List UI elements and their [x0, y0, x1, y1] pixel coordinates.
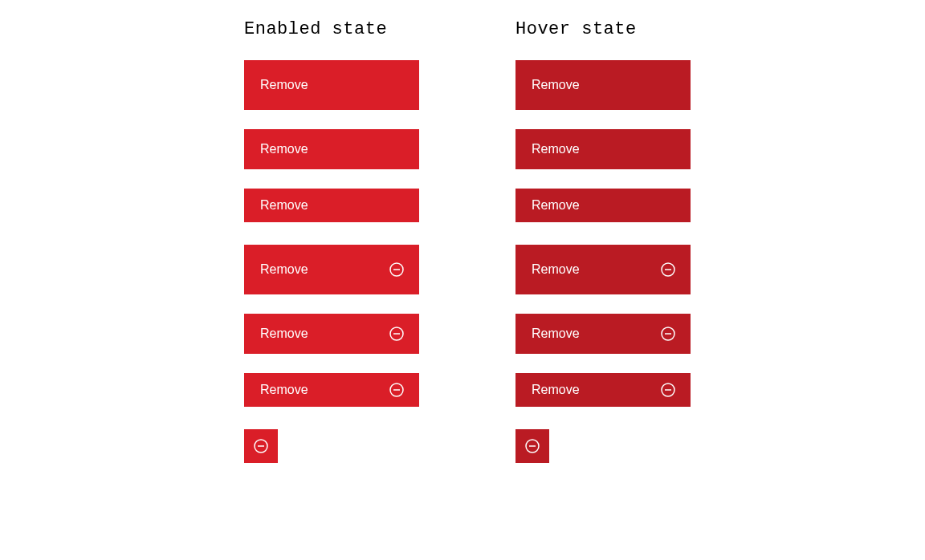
- subtract-icon: [389, 382, 405, 398]
- remove-button-lg[interactable]: Remove: [515, 60, 691, 110]
- remove-button-label: Remove: [532, 78, 580, 92]
- remove-button-label: Remove: [532, 198, 580, 213]
- remove-button-lg-icon[interactable]: Remove: [244, 245, 419, 294]
- remove-button-label: Remove: [260, 198, 308, 213]
- remove-button-sm[interactable]: Remove: [244, 189, 419, 222]
- remove-button-sm-icon[interactable]: Remove: [244, 373, 419, 407]
- remove-button-label: Remove: [260, 142, 308, 156]
- remove-button-label: Remove: [260, 327, 308, 341]
- remove-button-label: Remove: [532, 142, 580, 156]
- remove-button-lg-icon[interactable]: Remove: [515, 245, 691, 294]
- remove-button-label: Remove: [532, 383, 580, 397]
- remove-button-label: Remove: [260, 78, 308, 92]
- subtract-icon: [660, 382, 676, 398]
- remove-button-icon-only[interactable]: [244, 429, 278, 463]
- subtract-icon: [660, 326, 676, 342]
- remove-button-sm[interactable]: Remove: [515, 189, 691, 222]
- remove-button-label: Remove: [532, 262, 580, 277]
- subtract-icon: [389, 262, 405, 278]
- subtract-icon: [253, 438, 269, 454]
- remove-button-lg[interactable]: Remove: [244, 60, 419, 110]
- subtract-icon: [389, 326, 405, 342]
- remove-button-icon-only[interactable]: [515, 429, 549, 463]
- button-states-showcase: Enabled state Remove Remove Remove Remov…: [0, 19, 925, 463]
- hover-state-heading: Hover state: [515, 19, 691, 39]
- remove-button-label: Remove: [260, 383, 308, 397]
- remove-button-sm-icon[interactable]: Remove: [515, 373, 691, 407]
- remove-button-md[interactable]: Remove: [244, 129, 419, 169]
- subtract-icon: [524, 438, 540, 454]
- enabled-state-column: Enabled state Remove Remove Remove Remov…: [244, 19, 419, 463]
- hover-state-column: Hover state Remove Remove Remove Remove …: [515, 19, 691, 463]
- remove-button-md-icon[interactable]: Remove: [515, 314, 691, 354]
- remove-button-md-icon[interactable]: Remove: [244, 314, 419, 354]
- enabled-state-heading: Enabled state: [244, 19, 419, 39]
- remove-button-label: Remove: [260, 262, 308, 277]
- remove-button-label: Remove: [532, 327, 580, 341]
- remove-button-md[interactable]: Remove: [515, 129, 691, 169]
- subtract-icon: [660, 262, 676, 278]
